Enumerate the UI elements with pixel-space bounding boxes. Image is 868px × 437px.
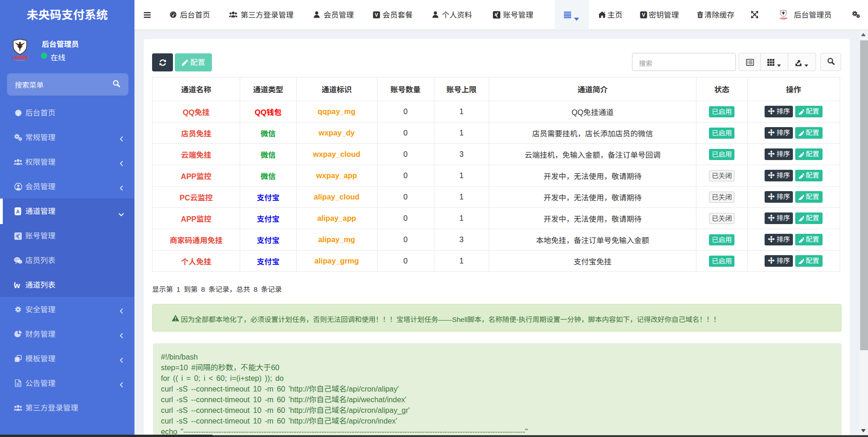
svg-text:大鹏卖服网: 大鹏卖服网 xyxy=(12,55,28,60)
svg-text:V: V xyxy=(642,12,645,18)
svg-text:大鹏卖服网: 大鹏卖服网 xyxy=(779,17,787,19)
svg-text:V: V xyxy=(375,12,378,18)
svg-text:A: A xyxy=(16,209,19,214)
